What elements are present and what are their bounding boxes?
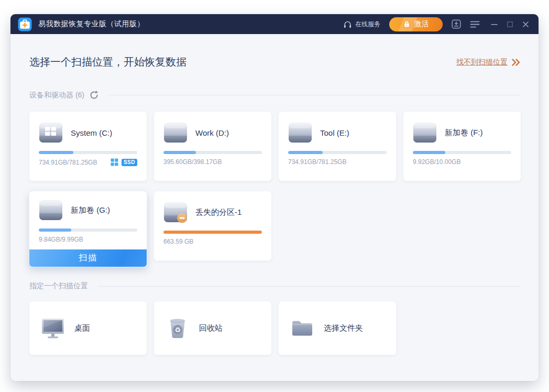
divider: [98, 286, 521, 287]
recycle-bin-icon: ♻: [166, 317, 190, 339]
app-title: 易我数据恢复专业版（试用版）: [38, 19, 145, 29]
drive-name: 新加卷 (F:): [445, 128, 483, 138]
locations-section-header: 指定一个扫描位置: [29, 281, 521, 291]
app-logo-icon: [18, 17, 32, 31]
maximize-button[interactable]: [507, 21, 513, 28]
drive-icon: [288, 122, 312, 143]
capacity-text: 734.91GB/781.25GB: [288, 158, 346, 166]
online-service-button[interactable]: 在线服务: [343, 20, 380, 29]
drive-card-volume-f[interactable]: 新加卷 (F:) 9.92GB/10.00GB: [403, 112, 521, 181]
scan-button[interactable]: 扫描: [29, 249, 147, 267]
drive-name: 新加卷 (G:): [71, 205, 110, 215]
minimize-button[interactable]: [491, 21, 498, 28]
drive-name: Tool (E:): [320, 128, 349, 137]
ssd-badge: SSD: [122, 159, 137, 166]
drive-name: Work (D:): [195, 128, 229, 137]
drive-icon: [39, 200, 63, 221]
lost-partition-drive-icon: [163, 202, 188, 223]
activate-label: 激活: [414, 19, 429, 29]
location-name: 回收站: [199, 323, 223, 333]
drive-card-lost-partition[interactable]: 丢失的分区-1 663.59 GB: [154, 191, 271, 260]
locations-grid: 桌面 ♻ 回收站 选择文件夹: [29, 301, 521, 355]
page-title: 选择一个扫描位置，开始恢复数据: [29, 55, 186, 69]
capacity-bar: [413, 151, 511, 154]
capacity-bar: [163, 151, 262, 154]
windows-logo-icon: [111, 158, 118, 166]
capacity-bar: [288, 151, 387, 154]
capacity-text: 395.60GB/398.17GB: [163, 158, 222, 166]
location-name: 桌面: [74, 323, 90, 333]
cant-find-location-link[interactable]: 找不到扫描位置: [456, 58, 521, 67]
drive-card-work-d[interactable]: Work (D:) 395.60GB/398.17GB: [154, 112, 271, 181]
headset-icon: [343, 20, 352, 29]
activate-button[interactable]: 激活: [389, 17, 443, 31]
refresh-icon[interactable]: [89, 90, 99, 100]
lock-icon: [403, 20, 410, 28]
capacity-text: 9.92GB/10.00GB: [413, 158, 460, 166]
drive-card-volume-g[interactable]: 新加卷 (G:) 9.84GB/9.99GB 扫描: [29, 191, 147, 267]
drive-icon: [163, 122, 188, 143]
svg-text:♻: ♻: [174, 326, 181, 334]
app-window: 易我数据恢复专业版（试用版） 在线服务 激活: [10, 14, 539, 381]
double-chevron-right-icon: [511, 59, 521, 66]
drives-section-header: 设备和驱动器 (6): [29, 90, 521, 100]
save-session-icon[interactable]: [452, 19, 461, 29]
location-card-select-folder[interactable]: 选择文件夹: [279, 301, 396, 355]
locations-section-title: 指定一个扫描位置: [29, 281, 88, 291]
capacity-bar: [39, 228, 137, 232]
drive-card-system-c[interactable]: System (C:) 734.91GB/781.25GB SSD: [29, 112, 147, 181]
drives-grid: System (C:) 734.91GB/781.25GB SSD: [29, 112, 521, 267]
online-service-label: 在线服务: [355, 20, 380, 29]
capacity-bar: [163, 231, 262, 234]
titlebar: 易我数据恢复专业版（试用版） 在线服务 激活: [10, 14, 539, 34]
menu-icon[interactable]: [470, 20, 480, 28]
location-card-recycle-bin[interactable]: ♻ 回收站: [154, 301, 271, 355]
capacity-bar: [39, 151, 137, 154]
folder-icon: [290, 317, 314, 339]
drive-name: System (C:): [71, 128, 112, 137]
capacity-text: 9.84GB/9.99GB: [39, 236, 83, 243]
capacity-text: 734.91GB/781.25GB: [39, 159, 97, 166]
divider: [109, 95, 521, 95]
drives-section-title: 设备和驱动器 (6): [29, 91, 84, 100]
capacity-text: 663.59 GB: [163, 238, 193, 245]
location-name: 选择文件夹: [324, 323, 363, 333]
drive-windows-icon: [39, 122, 63, 143]
drive-name: 丢失的分区-1: [195, 208, 241, 217]
desktop-icon: [41, 317, 65, 339]
drive-icon: [413, 122, 437, 143]
location-card-desktop[interactable]: 桌面: [29, 301, 147, 355]
close-button[interactable]: [522, 21, 529, 28]
drive-card-tool-e[interactable]: Tool (E:) 734.91GB/781.25GB: [279, 112, 396, 181]
